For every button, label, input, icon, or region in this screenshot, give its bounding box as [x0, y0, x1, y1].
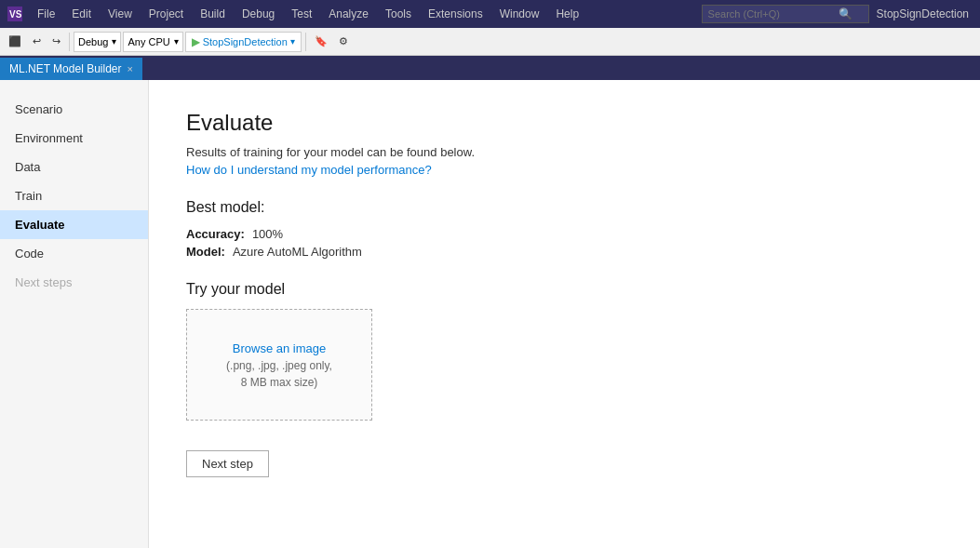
chevron-down-icon: ▾	[112, 36, 116, 47]
browse-image-link[interactable]: Browse an image	[233, 341, 326, 355]
model-row: Model: Azure AutoML Algorithm	[186, 245, 943, 259]
accuracy-label: Accuracy:	[186, 227, 245, 241]
best-model-title: Best model:	[186, 199, 943, 216]
run-chevron-icon: ▾	[290, 36, 295, 47]
vs-logo: VS	[7, 7, 22, 21]
sidebar-item-train[interactable]: Train	[0, 181, 148, 210]
title-bar: VS File Edit View Project Build Debug Te…	[0, 0, 980, 28]
try-model-section: Try your model Browse an image (.png, .j…	[186, 281, 943, 421]
sidebar-item-evaluate[interactable]: Evaluate	[0, 210, 148, 239]
model-value: Azure AutoML Algorithm	[233, 245, 362, 259]
sidebar-item-code[interactable]: Code	[0, 239, 148, 268]
sidebar-item-data[interactable]: Data	[0, 153, 148, 181]
toolbar-sep-1	[69, 33, 70, 51]
menu-bar: File Edit View Project Build Debug Test …	[30, 6, 586, 22]
content-area: Evaluate Results of training for your mo…	[149, 80, 980, 548]
sidebar-item-environment[interactable]: Environment	[0, 124, 148, 153]
menu-extensions[interactable]: Extensions	[421, 6, 490, 22]
menu-help[interactable]: Help	[548, 6, 586, 22]
menu-view[interactable]: View	[101, 6, 140, 22]
debug-label: Debug	[78, 36, 108, 47]
model-info: Accuracy: 100% Model: Azure AutoML Algor…	[186, 227, 943, 259]
toolbar-redo[interactable]: ↪	[47, 31, 65, 53]
title-bar-left: VS	[0, 7, 30, 21]
main-layout: Scenario Environment Data Train Evaluate…	[0, 80, 980, 548]
tab-label: ML.NET Model Builder	[9, 62, 122, 75]
help-link[interactable]: How do I understand my model performance…	[186, 163, 432, 177]
menu-project[interactable]: Project	[141, 6, 191, 22]
run-label: StopSignDetection	[203, 36, 288, 47]
toolbar-undo[interactable]: ↩	[28, 31, 46, 53]
debug-dropdown[interactable]: Debug ▾	[74, 32, 121, 52]
menu-test[interactable]: Test	[284, 6, 319, 22]
sidebar-item-next-steps: Next steps	[0, 268, 148, 297]
toolbar-sep-2	[305, 33, 306, 51]
menu-window[interactable]: Window	[492, 6, 547, 22]
sidebar: Scenario Environment Data Train Evaluate…	[0, 80, 149, 548]
content-description: Results of training for your model can b…	[186, 145, 943, 159]
menu-build[interactable]: Build	[193, 6, 233, 22]
play-icon: ▶	[192, 35, 200, 48]
sidebar-item-scenario[interactable]: Scenario	[0, 95, 148, 124]
run-button[interactable]: ▶ StopSignDetection ▾	[185, 32, 302, 52]
try-model-title: Try your model	[186, 281, 943, 298]
cpu-label: Any CPU	[128, 36, 169, 47]
toolbar-settings[interactable]: ⚙	[334, 31, 353, 53]
browse-hint-line1: (.png, .jpg, .jpeg only,	[226, 359, 332, 372]
menu-file[interactable]: File	[30, 6, 62, 22]
next-step-button[interactable]: Next step	[186, 450, 269, 477]
accuracy-value: 100%	[252, 227, 283, 241]
search-input[interactable]	[708, 8, 839, 20]
chevron-down-icon-2: ▾	[174, 36, 179, 47]
browse-image-area[interactable]: Browse an image (.png, .jpg, .jpeg only,…	[186, 309, 372, 421]
page-title: Evaluate	[186, 110, 943, 136]
menu-edit[interactable]: Edit	[64, 6, 99, 22]
tab-close-icon[interactable]: ×	[128, 63, 133, 74]
accuracy-row: Accuracy: 100%	[186, 227, 943, 241]
ml-model-builder-tab[interactable]: ML.NET Model Builder ×	[0, 58, 142, 80]
toolbar-bookmark[interactable]: 🔖	[310, 31, 332, 53]
browse-hint-line2: 8 MB max size)	[241, 376, 318, 389]
doc-tab-bar: ML.NET Model Builder ×	[0, 56, 980, 80]
app-name: StopSignDetection	[877, 7, 980, 20]
toolbar: ⬛ ↩ ↪ Debug ▾ Any CPU ▾ ▶ StopSignDetect…	[0, 28, 980, 56]
svg-text:VS: VS	[9, 9, 22, 20]
cpu-dropdown[interactable]: Any CPU ▾	[123, 32, 182, 52]
toolbar-new-project[interactable]: ⬛	[4, 31, 26, 53]
menu-tools[interactable]: Tools	[378, 6, 419, 22]
model-label: Model:	[186, 245, 225, 259]
search-box[interactable]: 🔍	[702, 5, 869, 23]
menu-analyze[interactable]: Analyze	[321, 6, 376, 22]
search-icon: 🔍	[839, 7, 852, 20]
menu-debug[interactable]: Debug	[235, 6, 282, 22]
